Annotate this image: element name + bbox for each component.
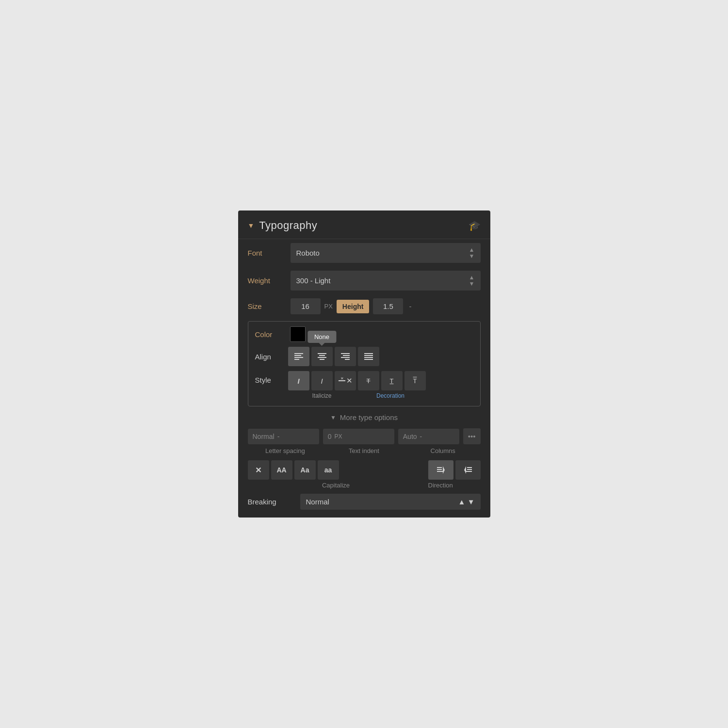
breaking-value: Normal bbox=[306, 498, 329, 506]
underline-button[interactable]: T bbox=[381, 371, 403, 390]
help-icon[interactable]: 🎓 bbox=[469, 220, 481, 231]
panel-header: ▼ Typography 🎓 bbox=[238, 210, 490, 239]
font-label: Font bbox=[248, 249, 287, 257]
cap-uppercase-button[interactable]: AA bbox=[271, 460, 292, 480]
svg-rect-13 bbox=[364, 355, 373, 356]
direction-label: Direction bbox=[428, 482, 481, 489]
overline-button[interactable]: T bbox=[404, 371, 426, 390]
svg-rect-9 bbox=[343, 355, 350, 356]
direction-buttons: Direction bbox=[428, 460, 481, 489]
svg-rect-23 bbox=[467, 469, 472, 470]
weight-select[interactable]: 300 - Light ▲ ▼ bbox=[291, 271, 481, 291]
italicize-label: Italicize bbox=[311, 392, 333, 399]
more-options-label: More type options bbox=[340, 413, 398, 421]
dir-ltr-button[interactable] bbox=[428, 460, 453, 480]
style-controls: I I ✕ ✕ T T T Italicize bbox=[288, 371, 426, 399]
align-center-button[interactable] bbox=[311, 347, 333, 366]
height-input[interactable]: 1.5 bbox=[373, 298, 403, 314]
capitalize-group: ✕ AA Aa aa Capitalize bbox=[248, 460, 424, 489]
font-select-arrow: ▲ ▼ bbox=[469, 247, 475, 259]
height-dash: - bbox=[407, 302, 413, 310]
cap-lowercase-button[interactable]: aa bbox=[318, 460, 339, 480]
strikethrough-button[interactable]: ✕ ✕ bbox=[335, 371, 356, 390]
columns-value: Auto bbox=[403, 433, 417, 440]
breaking-select-arrow: ▲ ▼ bbox=[458, 498, 475, 506]
svg-text:✕: ✕ bbox=[340, 376, 344, 381]
svg-rect-15 bbox=[364, 359, 373, 360]
align-left-button[interactable] bbox=[288, 347, 309, 366]
more-options-chevron: ▼ bbox=[330, 414, 336, 421]
color-section: Color black Align None bbox=[248, 321, 481, 406]
letter-spacing-label: Letter spacing bbox=[248, 447, 323, 454]
svg-rect-12 bbox=[364, 353, 373, 354]
columns-label: Columns bbox=[405, 447, 481, 454]
svg-rect-18 bbox=[437, 467, 442, 468]
color-swatch[interactable] bbox=[290, 326, 306, 342]
weight-label: Weight bbox=[248, 276, 287, 285]
svg-rect-10 bbox=[341, 357, 350, 358]
svg-rect-4 bbox=[318, 353, 326, 354]
bottom-labels-row: Letter spacing Text indent Columns bbox=[248, 447, 481, 454]
capitalize-label: Capitalize bbox=[248, 482, 424, 489]
align-center-tooltip-wrapper: None bbox=[311, 347, 333, 366]
columns-input[interactable]: Auto - bbox=[398, 429, 459, 444]
font-select[interactable]: Roboto ▲ ▼ bbox=[291, 243, 481, 263]
decoration-spacer bbox=[335, 392, 356, 399]
more-options[interactable]: ▼ More type options bbox=[238, 406, 490, 428]
italic-button[interactable]: I bbox=[288, 371, 309, 390]
letter-spacing-value: Normal bbox=[253, 433, 275, 440]
letter-spacing-dash: - bbox=[277, 433, 280, 440]
align-label: Align bbox=[255, 353, 284, 361]
more-columns-button[interactable]: ••• bbox=[463, 428, 481, 444]
align-justify-button[interactable] bbox=[358, 347, 379, 366]
dir-rtl-button[interactable] bbox=[455, 460, 481, 480]
size-unit: PX bbox=[324, 303, 333, 310]
direction-group: Direction bbox=[428, 460, 481, 489]
italic-alt-button[interactable]: I bbox=[311, 371, 333, 390]
capitalize-buttons: ✕ AA Aa aa bbox=[248, 460, 424, 480]
italicize-sub-label bbox=[288, 392, 309, 399]
breaking-row: Breaking Normal ▲ ▼ bbox=[248, 489, 481, 510]
breaking-select[interactable]: Normal ▲ ▼ bbox=[300, 494, 481, 510]
color-row: Color black bbox=[255, 326, 473, 342]
svg-rect-1 bbox=[294, 355, 301, 356]
breaking-label: Breaking bbox=[248, 498, 296, 506]
cap-dir-container: ✕ AA Aa aa Capitalize bbox=[248, 460, 481, 489]
svg-rect-5 bbox=[319, 355, 325, 356]
svg-marker-21 bbox=[443, 466, 445, 474]
font-value: Roboto bbox=[296, 249, 320, 257]
svg-rect-6 bbox=[318, 357, 326, 358]
typography-panel: ▼ Typography 🎓 Font Roboto ▲ ▼ Weight 30… bbox=[238, 210, 490, 518]
svg-rect-3 bbox=[294, 359, 299, 360]
svg-rect-8 bbox=[341, 353, 350, 354]
strikethrough-alt-button[interactable]: T bbox=[358, 371, 379, 390]
height-label: Height bbox=[337, 300, 370, 313]
svg-rect-11 bbox=[345, 359, 350, 360]
style-label: Style bbox=[255, 371, 284, 384]
bottom-section: Normal - 0 PX Auto - ••• Letter spacing … bbox=[238, 428, 490, 510]
size-input[interactable]: 16 bbox=[291, 298, 321, 314]
panel-header-left: ▼ Typography bbox=[248, 219, 318, 232]
svg-rect-24 bbox=[465, 471, 472, 472]
cap-none-button[interactable]: ✕ bbox=[248, 460, 269, 480]
letter-spacing-input[interactable]: Normal - bbox=[248, 429, 319, 444]
text-indent-value: 0 bbox=[328, 433, 332, 440]
weight-row: Weight 300 - Light ▲ ▼ bbox=[238, 267, 490, 294]
dir-buttons-row bbox=[428, 460, 481, 480]
size-row: Size 16 PX Height 1.5 - bbox=[238, 294, 490, 318]
text-indent-unit: PX bbox=[334, 433, 342, 440]
svg-rect-2 bbox=[294, 357, 303, 358]
cap-titlecase-button[interactable]: Aa bbox=[294, 460, 316, 480]
svg-rect-14 bbox=[364, 357, 373, 358]
chevron-down-icon[interactable]: ▼ bbox=[248, 222, 255, 229]
weight-select-arrow: ▲ ▼ bbox=[469, 275, 475, 287]
bottom-inputs-row: Normal - 0 PX Auto - ••• bbox=[248, 428, 481, 444]
panel-title: Typography bbox=[259, 219, 317, 232]
text-indent-input[interactable]: 0 PX bbox=[323, 429, 394, 444]
align-row: Align None bbox=[255, 347, 473, 366]
color-name: black bbox=[311, 330, 328, 339]
align-right-button[interactable] bbox=[335, 347, 356, 366]
svg-rect-7 bbox=[320, 359, 324, 360]
style-btn-row: I I ✕ ✕ T T T bbox=[288, 371, 426, 390]
style-sub-labels-row: Italicize Decoration bbox=[288, 392, 426, 399]
